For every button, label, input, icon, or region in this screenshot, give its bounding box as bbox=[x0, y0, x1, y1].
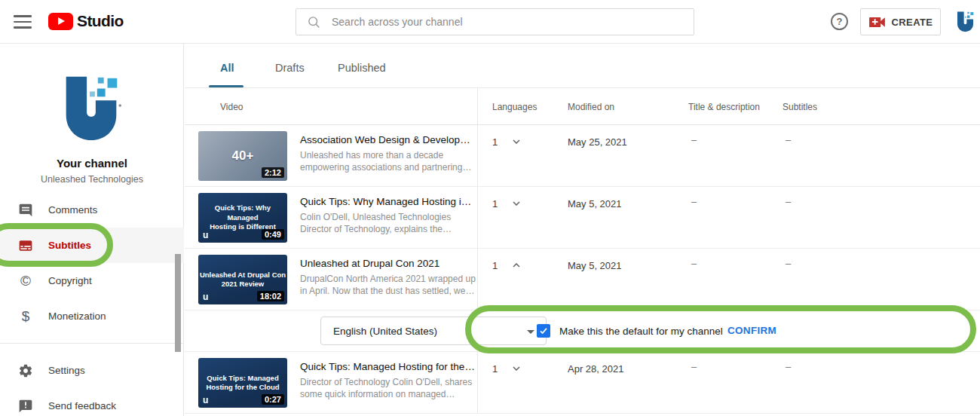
sidebar-item-label: Send feedback bbox=[48, 400, 116, 411]
sidebar-scrollbar[interactable] bbox=[175, 254, 181, 352]
languages-count: 1 bbox=[492, 260, 498, 271]
sidebar-item-copyright[interactable]: © Copyright bbox=[0, 263, 184, 298]
top-bar: Studio Search across your channel ? CREA… bbox=[0, 0, 980, 44]
tab-drafts[interactable]: Drafts bbox=[275, 62, 305, 74]
tab-published[interactable]: Published bbox=[338, 62, 386, 74]
sidebar-item-subtitles[interactable]: Subtitles bbox=[0, 228, 184, 263]
active-tab-underline bbox=[209, 85, 243, 88]
sidebar-item-label: Settings bbox=[48, 365, 85, 376]
subtitles-content: All Drafts Published Video Languages Mod… bbox=[185, 44, 980, 416]
subtitles-value: – bbox=[786, 258, 791, 269]
video-description: Unleashed has more than a decade empower… bbox=[300, 150, 476, 173]
table-row[interactable]: Unleashed At Drupal Con 2021 Review u 18… bbox=[185, 249, 980, 310]
modified-on-value: May 5, 2021 bbox=[568, 198, 622, 210]
unleashed-logo-mark: u bbox=[203, 292, 208, 302]
language-edit-panel: English (United States) Make this the de… bbox=[185, 310, 980, 352]
video-title[interactable]: Quick Tips: Why Managed Hosting is Di… bbox=[300, 196, 476, 207]
youtube-studio-logo[interactable]: Studio bbox=[48, 12, 124, 30]
chevron-down-icon bbox=[527, 330, 534, 334]
language-select[interactable]: English (United States) bbox=[320, 317, 547, 345]
languages-count: 1 bbox=[492, 363, 498, 375]
video-title[interactable]: Unleashed at Drupal Con 2021 bbox=[300, 258, 476, 269]
video-title[interactable]: Quick Tips: Managed Hosting for the Cl… bbox=[300, 361, 476, 372]
gear-icon bbox=[17, 363, 35, 378]
column-divider bbox=[477, 187, 478, 248]
column-divider bbox=[477, 125, 478, 186]
table-header: Video Languages Modified on Title & desc… bbox=[185, 88, 980, 125]
languages-count: 1 bbox=[492, 198, 498, 210]
chevron-up-icon[interactable] bbox=[507, 256, 525, 274]
search-input[interactable]: Search across your channel bbox=[296, 8, 694, 35]
thumbnail-caption: Hosting for the Cloud bbox=[206, 383, 279, 392]
feedback-icon bbox=[17, 399, 35, 414]
video-description: DrupalCon North America 2021 wrapped up … bbox=[300, 274, 476, 297]
search-icon bbox=[307, 15, 321, 29]
video-thumbnail[interactable]: Quick Tips: Managed Hosting for the Clou… bbox=[198, 358, 287, 408]
default-channel-checkbox[interactable] bbox=[537, 324, 550, 338]
your-channel-label: Your channel bbox=[0, 157, 184, 170]
checkmark-icon bbox=[538, 326, 549, 336]
column-divider bbox=[477, 352, 478, 413]
youtube-play-icon bbox=[48, 13, 73, 30]
create-button-label: CREATE bbox=[892, 17, 933, 28]
account-avatar[interactable] bbox=[954, 10, 977, 33]
column-divider bbox=[477, 249, 478, 310]
sidebar-item-settings[interactable]: Settings bbox=[0, 353, 184, 388]
tab-bar: All Drafts Published bbox=[185, 44, 980, 88]
tab-all[interactable]: All bbox=[220, 62, 234, 74]
chevron-down-icon[interactable] bbox=[507, 359, 525, 378]
sidebar: Your channel Unleashed Technologies Comm… bbox=[0, 44, 184, 416]
subtitles-icon bbox=[17, 238, 35, 253]
title-description-value: – bbox=[691, 134, 697, 145]
duration-badge: 2:12 bbox=[262, 167, 284, 178]
table-row[interactable]: Quick Tips: Managed Hosting for the Clou… bbox=[185, 352, 980, 414]
thumbnail-caption: Unleashed At Drupal Con bbox=[200, 271, 286, 280]
modified-on-value: May 5, 2021 bbox=[568, 260, 622, 271]
comments-icon bbox=[17, 203, 35, 218]
sidebar-item-send-feedback[interactable]: Send feedback bbox=[0, 388, 184, 416]
video-thumbnail[interactable]: Quick Tips: Why Managed Hosting is Diffe… bbox=[198, 193, 287, 243]
title-description-value: – bbox=[691, 361, 697, 372]
sidebar-menu: Comments Subtitles © Copyright $ Monetiz… bbox=[0, 192, 184, 416]
channel-name: Unleashed Technologies bbox=[0, 174, 184, 185]
column-header-subtitles: Subtitles bbox=[782, 102, 817, 112]
modified-on-value: May 25, 2021 bbox=[568, 136, 627, 148]
chevron-down-icon[interactable] bbox=[507, 133, 525, 151]
sidebar-item-label: Copyright bbox=[48, 275, 92, 286]
sidebar-divider bbox=[0, 343, 184, 344]
video-thumbnail[interactable]: 40+ 2:12 bbox=[198, 131, 287, 181]
unleashed-logo-mark: u bbox=[203, 230, 208, 240]
search-placeholder: Search across your channel bbox=[332, 16, 463, 28]
table-row[interactable]: Quick Tips: Why Managed Hosting is Diffe… bbox=[185, 187, 980, 249]
monetization-icon: $ bbox=[17, 309, 35, 323]
sidebar-item-label: Subtitles bbox=[48, 240, 91, 251]
help-icon[interactable]: ? bbox=[831, 13, 848, 30]
subtitles-value: – bbox=[786, 361, 791, 372]
duration-badge: 0:49 bbox=[262, 229, 284, 240]
subtitles-value: – bbox=[786, 134, 791, 145]
sidebar-item-comments[interactable]: Comments bbox=[0, 192, 184, 228]
studio-wordmark: Studio bbox=[77, 12, 124, 30]
thumbnail-caption: Quick Tips: Managed bbox=[207, 374, 278, 383]
confirm-button[interactable]: CONFIRM bbox=[727, 325, 776, 336]
table-row[interactable]: 40+ 2:12 Association Web Design & Develo… bbox=[185, 125, 980, 187]
channel-logo[interactable] bbox=[54, 71, 128, 145]
duration-badge: 18:02 bbox=[257, 291, 284, 301]
default-channel-label: Make this the default for my channel bbox=[559, 326, 723, 337]
column-header-title-description: Title & description bbox=[688, 102, 760, 112]
column-header-languages: Languages bbox=[492, 102, 537, 112]
column-header-video: Video bbox=[220, 102, 243, 112]
hamburger-menu-icon[interactable] bbox=[14, 15, 32, 29]
column-divider bbox=[477, 88, 478, 124]
languages-count: 1 bbox=[492, 136, 498, 148]
create-button[interactable]: CREATE bbox=[860, 8, 941, 35]
video-thumbnail[interactable]: Unleashed At Drupal Con 2021 Review u 18… bbox=[198, 255, 287, 304]
chevron-down-icon[interactable] bbox=[507, 194, 525, 213]
sidebar-item-label: Comments bbox=[48, 204, 97, 216]
modified-on-value: Apr 28, 2021 bbox=[568, 363, 623, 375]
duration-badge: 0:27 bbox=[262, 394, 284, 405]
column-header-modified-on: Modified on bbox=[568, 102, 614, 112]
video-description: Colin O'Dell, Unleashed Technologies Dir… bbox=[300, 212, 476, 235]
sidebar-item-monetization[interactable]: $ Monetization bbox=[0, 298, 184, 334]
video-title[interactable]: Association Web Design & Development bbox=[300, 134, 476, 145]
